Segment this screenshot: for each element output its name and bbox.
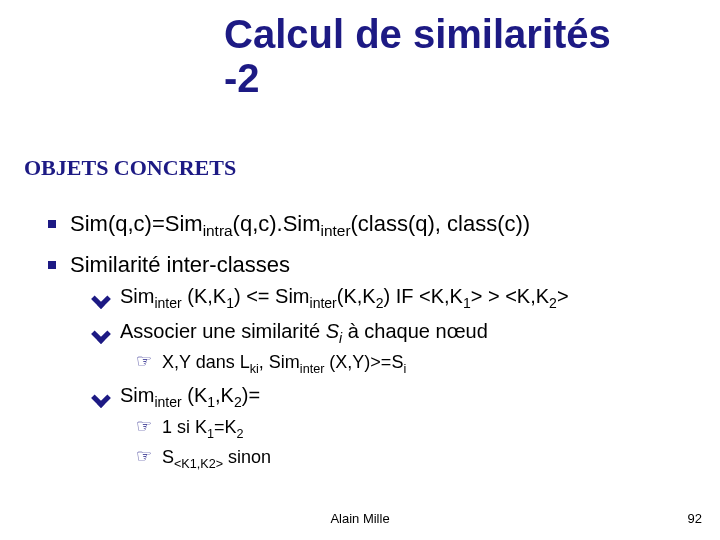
sub-bullet-text: Siminter (K,K1) <= Siminter(K,K2) IF <K,… [120,284,569,313]
diamond-bullet-icon [91,324,111,344]
bullet-text: Similarité inter-classes [70,251,290,279]
square-bullet-icon [48,261,56,269]
content-area: Sim(q,c)=Simintra(q,c).Siminter(class(q)… [24,200,696,473]
slide-title: Calcul de similarités -2 [224,12,611,100]
diamond-bullet-icon [91,389,111,409]
bullet-item-2: Similarité inter-classes [48,251,696,279]
sub-sub-bullet-1: ☞ X,Y dans Lki, Siminter (X,Y)>=Si [136,351,696,377]
square-bullet-icon [48,220,56,228]
arrow-bullet-icon: ☞ [136,351,152,373]
diamond-bullet-icon [91,289,111,309]
footer-page-number: 92 [688,511,702,526]
sub-sub-bullet-3: ☞ S<K1,K2> sinon [136,446,696,472]
sub-bullet-1: Siminter (K,K1) <= Siminter(K,K2) IF <K,… [94,284,696,313]
title-line1: Calcul de similarités [224,12,611,56]
footer-author: Alain Mille [0,511,720,526]
sub-bullet-2: Associer une similarité Si à chaque nœud [94,319,696,348]
arrow-bullet-icon: ☞ [136,416,152,438]
bullet-text: Sim(q,c)=Simintra(q,c).Siminter(class(q)… [70,210,530,241]
sub-bullet-text: Associer une similarité Si à chaque nœud [120,319,488,348]
section-heading: OBJETS CONCRETS [24,155,236,181]
sub-sub-bullet-2: ☞ 1 si K1=K2 [136,416,696,442]
bullet-item-1: Sim(q,c)=Simintra(q,c).Siminter(class(q)… [48,210,696,241]
sub-bullet-text: Siminter (K1,K2)= [120,383,260,412]
sub-sub-bullet-text: 1 si K1=K2 [162,416,244,442]
arrow-bullet-icon: ☞ [136,446,152,468]
sub-bullet-3: Siminter (K1,K2)= [94,383,696,412]
sub-sub-bullet-text: S<K1,K2> sinon [162,446,271,472]
title-line2: -2 [224,56,611,100]
sub-sub-bullet-text: X,Y dans Lki, Siminter (X,Y)>=Si [162,351,406,377]
